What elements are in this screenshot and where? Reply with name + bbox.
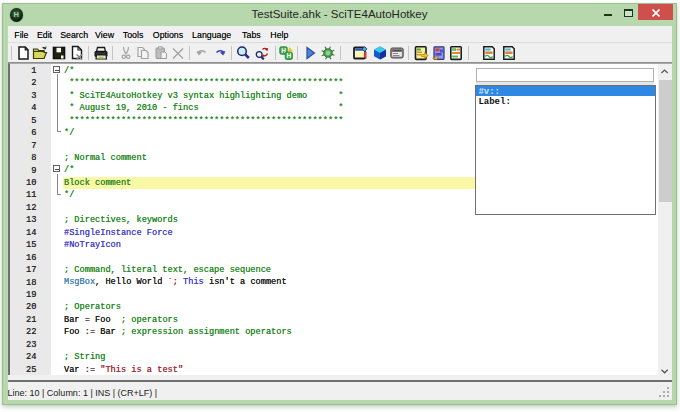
svg-text:H: H [287, 52, 292, 59]
